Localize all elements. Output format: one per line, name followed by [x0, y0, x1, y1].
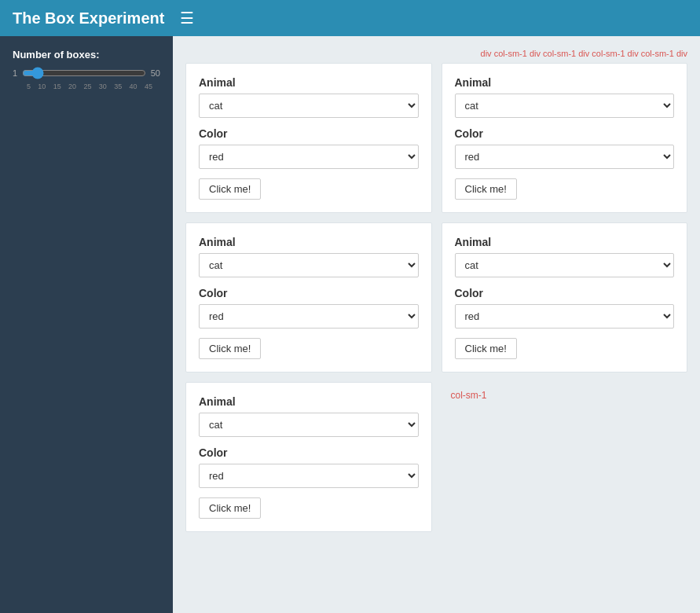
animal-label-5: Animal	[199, 395, 419, 408]
sidebar: Number of boxes: 1 50 5 10 15 20 25 30 3…	[0, 36, 173, 613]
app-title: The Box Experiment	[13, 9, 164, 28]
animal-select-1[interactable]: cat dog bird fish	[199, 94, 419, 118]
debug-top-label: div col-sm-1 div col-sm-1 div col-sm-1 d…	[185, 49, 687, 58]
color-select-2[interactable]: red blue green yellow	[455, 145, 675, 169]
box-card-5: Animal cat dog bird fish Color red blue …	[185, 382, 432, 532]
click-button-2[interactable]: Click me!	[455, 178, 517, 200]
color-label-2: Color	[455, 127, 675, 140]
animal-label-3: Animal	[199, 236, 419, 248]
debug-bottom-label: col-sm-1	[448, 384, 487, 401]
color-label-3: Color	[199, 287, 419, 299]
color-label-4: Color	[455, 287, 675, 299]
box-card-2: Animal cat dog bird fish Color red blue …	[442, 63, 688, 213]
color-select-5[interactable]: red blue green yellow	[199, 464, 419, 488]
slider-max: 50	[151, 68, 160, 78]
hamburger-icon[interactable]: ☰	[180, 9, 194, 28]
click-button-5[interactable]: Click me!	[199, 497, 261, 519]
color-label-5: Color	[199, 446, 419, 459]
animal-select-5[interactable]: cat dog bird fish	[199, 413, 419, 437]
animal-select-2[interactable]: cat dog bird fish	[455, 94, 675, 118]
main-layout: Number of boxes: 1 50 5 10 15 20 25 30 3…	[0, 36, 700, 613]
animal-label-4: Animal	[455, 236, 675, 248]
click-button-4[interactable]: Click me!	[455, 338, 517, 359]
slider-ticks: 5 10 15 20 25 30 35 40 45	[27, 83, 152, 90]
slider-min: 1	[13, 68, 17, 78]
animal-label-1: Animal	[199, 76, 419, 89]
box-card-4: Animal cat dog bird fish Color red blue …	[442, 222, 688, 373]
boxes-grid: Animal cat dog bird fish Color red blue …	[185, 63, 687, 532]
color-select-1[interactable]: red blue green yellow	[199, 145, 419, 169]
slider-label: Number of boxes:	[13, 49, 160, 61]
color-label-1: Color	[199, 127, 419, 140]
header: The Box Experiment ☰	[0, 0, 700, 36]
empty-cell: col-sm-1	[442, 382, 688, 532]
slider-row: 1 50	[13, 67, 160, 79]
box-card-3: Animal cat dog bird fish Color red blue …	[185, 222, 432, 373]
animal-label-2: Animal	[455, 76, 675, 89]
boxes-slider[interactable]	[22, 67, 146, 79]
click-button-1[interactable]: Click me!	[199, 178, 261, 200]
color-select-4[interactable]: red blue green yellow	[455, 304, 675, 329]
box-card-1: Animal cat dog bird fish Color red blue …	[185, 63, 432, 213]
color-select-3[interactable]: red blue green yellow	[199, 304, 419, 329]
animal-select-3[interactable]: cat dog bird fish	[199, 253, 419, 277]
click-button-3[interactable]: Click me!	[199, 338, 261, 359]
main-content: div col-sm-1 div col-sm-1 div col-sm-1 d…	[173, 36, 700, 613]
animal-select-4[interactable]: cat dog bird fish	[455, 253, 675, 277]
